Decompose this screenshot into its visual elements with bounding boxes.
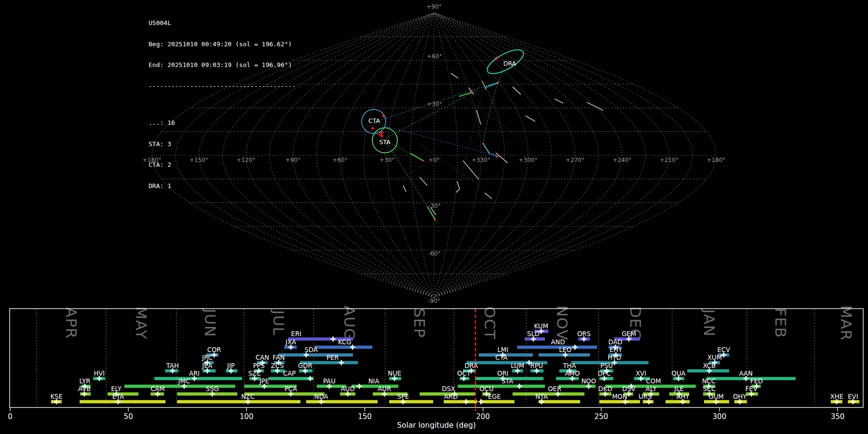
- sky-lon-label: +180°: [707, 157, 726, 163]
- trail-begin-dot: [422, 160, 424, 162]
- shower-code-label: AMO: [565, 370, 580, 377]
- shower-code-label: JMC: [178, 378, 190, 385]
- month-label-OCT: OCT: [481, 306, 499, 339]
- shower-activity-bar: [599, 400, 640, 404]
- sporadic-track: [464, 98, 523, 140]
- shower-activity-bar: [177, 400, 300, 404]
- station-id: US004L: [149, 20, 296, 27]
- meteor-streak: [485, 193, 492, 199]
- shower-code-label: NIA: [368, 378, 380, 385]
- shower-activity-bar: [665, 400, 690, 404]
- shower-code-label: ARD: [444, 393, 458, 400]
- shower-ORS: ORS: [577, 330, 591, 342]
- shower-KSE: KSE: [50, 393, 62, 405]
- shower-code-label: LMI: [497, 346, 508, 353]
- shower-peak-cross: [572, 345, 577, 350]
- shower-code-label: ECV: [717, 346, 730, 353]
- shower-activity-bar: [556, 377, 579, 380]
- shower-code-label: AUD: [341, 385, 355, 393]
- shower-code-label: CAN: [256, 354, 269, 361]
- shower-code-label: LYR: [80, 378, 91, 385]
- shower-NUE: NUE: [388, 370, 401, 381]
- shower-EVI: EVI: [848, 393, 859, 405]
- shower-GDR: GDR: [298, 362, 312, 374]
- shower-code-label: RPU: [530, 362, 543, 369]
- shower-code-label: JIP: [227, 362, 235, 369]
- meteor-trail: [410, 153, 423, 161]
- sky-lon-label: +60°: [332, 157, 347, 163]
- shower-code-label: EGE: [488, 393, 501, 400]
- shower-activity-bar: [80, 400, 165, 404]
- sporadic-track: [395, 163, 428, 182]
- month-label-JUN: JUN: [202, 308, 219, 338]
- meteor-streak: [420, 177, 427, 186]
- radiant-cross: [371, 126, 375, 130]
- month-label-MAY: MAY: [133, 307, 150, 340]
- shower-code-label: AND: [551, 339, 565, 346]
- shower-code-label: SDA: [304, 346, 317, 353]
- shower-code-label: OER: [548, 385, 561, 393]
- shower-code-label: PER: [326, 354, 339, 361]
- meteor-streak: [451, 73, 458, 78]
- shower-peak-cross: [517, 384, 522, 389]
- shower-activity-bar: [306, 400, 378, 404]
- shower-code-label: AVB: [78, 385, 91, 393]
- shower-FEV: FEV: [746, 385, 758, 397]
- shower-DKD: DKD: [598, 385, 612, 397]
- shower-code-label: GEM: [622, 330, 636, 338]
- shower-code-label: XHE: [830, 393, 843, 400]
- shower-code-label: OCT: [457, 370, 471, 377]
- activity-timeline: APRMAYJUNJULAUGSEPOCTNOVDECJANFEBMARKUME…: [8, 305, 863, 430]
- sky-lon-label: +30°: [380, 157, 394, 163]
- shower-activity-bar: [444, 400, 477, 404]
- shower-code-label: JPE: [259, 378, 269, 385]
- radiant-code-label: CTA: [368, 117, 380, 124]
- count-cta: CTA: 2: [149, 162, 296, 169]
- shower-code-label: STA: [502, 378, 513, 385]
- shower-code-label: AAN: [739, 370, 753, 377]
- shower-peak-cross: [357, 384, 362, 389]
- month-label-FEB: FEB: [772, 308, 789, 338]
- sky-lon-label: +300°: [519, 157, 538, 163]
- header-block: US004L Beg: 20251010 00:49:20 (sol = 196…: [149, 6, 296, 203]
- shower-CAM: CAM: [150, 385, 165, 397]
- shower-code-label: ELY: [111, 385, 122, 393]
- shower-peak-cross: [464, 399, 469, 404]
- shower-track: [375, 123, 499, 156]
- meteor-streak: [496, 153, 508, 163]
- shower-OHY: OHY: [733, 393, 747, 405]
- sky-lat-label: +30°: [427, 101, 442, 108]
- meteor-streak: [587, 102, 603, 110]
- shower-code-label: SLD: [527, 330, 540, 338]
- session-beg: Beg: 20251010 00:49:20 (sol = 196.62°): [149, 41, 296, 48]
- shower-code-label: COM: [646, 378, 661, 385]
- shower-RPU: RPU: [530, 362, 544, 374]
- shower-code-label: DAD: [609, 339, 623, 346]
- radiant-code-label: DRA: [503, 60, 516, 67]
- shower-code-label: CAM: [150, 385, 165, 393]
- shower-code-label: KCG: [338, 339, 351, 346]
- shower-activity-bar: [269, 377, 313, 380]
- shower-code-label: QUA: [672, 370, 686, 377]
- shower-code-label: ETA: [112, 393, 124, 400]
- shower-code-label: XVI: [636, 370, 646, 377]
- x-tick-label: 350: [831, 412, 845, 421]
- x-tick-label: 50: [124, 412, 133, 421]
- sporadic-track: [420, 145, 482, 188]
- shower-code-label: CTA: [495, 354, 507, 361]
- radiant-plot-svg: DRACTASTA+180°+150°+120°+90°+60°+30°+0°+…: [0, 0, 868, 434]
- month-label-NOV: NOV: [554, 306, 571, 341]
- shower-code-label: JEA: [202, 362, 212, 369]
- shower-code-label: EHY: [610, 346, 623, 353]
- radiant-code-label: STA: [379, 138, 391, 146]
- shower-JXA: JXA: [285, 339, 297, 350]
- shower-code-label: SPE: [397, 393, 409, 400]
- shower-AVB: AVB: [78, 385, 91, 397]
- shower-code-label: CAP: [283, 370, 296, 377]
- shower-code-label: PSU: [600, 362, 613, 369]
- meridian-line: [434, 13, 598, 298]
- shower-code-label: GUM: [708, 393, 723, 400]
- shower-XHE: XHE: [830, 393, 843, 405]
- meteor-streak: [482, 81, 486, 90]
- meteor-streak: [513, 87, 521, 95]
